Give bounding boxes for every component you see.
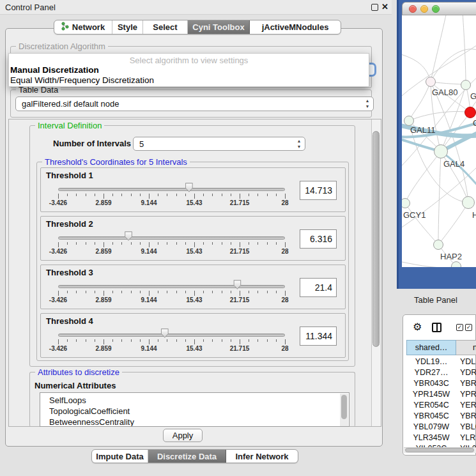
threshold-value-field[interactable]: 21.4 bbox=[300, 278, 337, 297]
top-tab-bar: NetworkStyleSelectCyni ToolboxjActiveMNo… bbox=[54, 20, 341, 35]
tab-impute-data[interactable]: Impute Data bbox=[92, 450, 148, 463]
slider-tick bbox=[257, 194, 258, 196]
numerical-attributes-list[interactable]: SelfLoopsTopologicalCoefficientBetweenne… bbox=[40, 392, 349, 427]
slider-tick-label: 15.43 bbox=[186, 248, 202, 255]
gal11-node[interactable] bbox=[404, 116, 414, 126]
slider-tick bbox=[285, 242, 286, 247]
table-row[interactable]: YBR045CYBR0 bbox=[406, 411, 476, 422]
slider-track[interactable] bbox=[58, 188, 285, 191]
table-cell: YER0 bbox=[460, 401, 476, 410]
table-cell: YDR27… bbox=[406, 368, 456, 377]
slider-tick bbox=[121, 242, 122, 245]
algorithm-option[interactable]: Equal Width/Frequency Discretization bbox=[10, 75, 154, 85]
threshold-panel: Threshold 3-3.4262.8599.14415.4321.71528… bbox=[40, 265, 346, 309]
slider-tick bbox=[158, 339, 158, 342]
table-column-header[interactable]: shared… bbox=[406, 340, 456, 355]
tab-infer-network[interactable]: Infer Network bbox=[226, 450, 298, 463]
algorithm-popup: Select algorithm to view settings Manual… bbox=[8, 53, 369, 87]
threshold-panel: Threshold 2-3.4262.8599.14415.4321.71528… bbox=[40, 216, 346, 261]
table-row[interactable]: YLR345WYLR3 bbox=[406, 433, 476, 444]
close-icon[interactable]: ✕ bbox=[381, 2, 388, 12]
slider-track[interactable] bbox=[58, 285, 285, 288]
slider-tick bbox=[86, 242, 86, 245]
network-icon bbox=[61, 22, 69, 33]
tab-jactivemnodules[interactable]: jActiveMNodules bbox=[250, 20, 341, 34]
table-hscrollbar-thumb[interactable] bbox=[405, 448, 474, 452]
tab-style[interactable]: Style bbox=[112, 20, 143, 34]
tab-cyni-toolbox[interactable]: Cyni Toolbox bbox=[188, 20, 250, 34]
threshold-value-field[interactable]: 14.713 bbox=[300, 181, 337, 200]
number-of-intervals-select[interactable]: 5 ▴▾ bbox=[133, 137, 305, 151]
tab-select[interactable]: Select bbox=[143, 20, 188, 34]
slider-tick bbox=[104, 194, 104, 199]
slider-tick-label: -3.426 bbox=[49, 296, 67, 303]
right-node[interactable] bbox=[462, 196, 475, 209]
node-label: HAP2 bbox=[440, 252, 462, 261]
gal80-node[interactable] bbox=[426, 77, 436, 87]
table-row[interactable]: YDR27…YDR2 bbox=[406, 368, 476, 379]
slider-tick bbox=[185, 339, 186, 342]
attribute-list-item[interactable]: TopologicalCoefficient bbox=[49, 406, 130, 416]
minimize-traffic-light-icon[interactable] bbox=[420, 5, 428, 13]
top-right-node[interactable] bbox=[461, 80, 471, 90]
slider-tick bbox=[112, 242, 113, 245]
slider-tick-label: 15.43 bbox=[186, 345, 202, 352]
threshold-value-field[interactable]: 6.316 bbox=[300, 229, 337, 249]
slider-tick bbox=[95, 291, 95, 293]
bottom-node[interactable] bbox=[451, 261, 461, 267]
slider-tick bbox=[58, 194, 59, 199]
attributes-scrollbar-thumb[interactable] bbox=[341, 395, 347, 419]
gear-icon[interactable]: ⚙ bbox=[413, 321, 422, 333]
slider-track[interactable] bbox=[58, 334, 285, 337]
threshold-value-field[interactable]: 11.344 bbox=[300, 326, 337, 346]
table-row[interactable]: YER054CYER0 bbox=[406, 401, 476, 411]
slider-tick bbox=[231, 339, 231, 342]
network-canvas[interactable]: GAL80GCGAL11GAL4GCY1HHAP2 bbox=[402, 15, 476, 267]
table-cell: YBR0 bbox=[460, 411, 476, 420]
slider-tick bbox=[185, 194, 186, 196]
slider-tick bbox=[194, 291, 195, 296]
slider-tick bbox=[285, 291, 286, 296]
slider-tick bbox=[58, 242, 59, 247]
table-row[interactable]: YDL19…YDL1 bbox=[406, 357, 476, 368]
attribute-list-item[interactable]: BetweennessCentrality bbox=[49, 417, 134, 427]
slider-tick-label: 28 bbox=[281, 345, 288, 352]
checkbox-icon[interactable]: ✓ bbox=[465, 324, 472, 331]
gal4-node[interactable] bbox=[434, 144, 448, 158]
hap2-node[interactable] bbox=[433, 240, 443, 250]
zoom-traffic-light-icon[interactable] bbox=[432, 5, 440, 13]
red-node[interactable] bbox=[464, 107, 476, 118]
control-panel-title: Control Panel bbox=[5, 3, 56, 12]
tab-label: Cyni Toolbox bbox=[192, 22, 244, 32]
settings-scrollbar-thumb[interactable] bbox=[372, 131, 380, 347]
table-cell: YBR045C bbox=[406, 411, 456, 420]
table-data-select[interactable]: galFiltered.sif default node ▴▾ bbox=[15, 96, 374, 111]
slider-tick bbox=[249, 242, 249, 245]
attributes-scrollbar-track[interactable] bbox=[340, 394, 348, 427]
slider-tick bbox=[176, 242, 177, 245]
table-row[interactable]: YPR145WYPR1 bbox=[406, 390, 476, 401]
attribute-list-item[interactable]: SelfLoops bbox=[49, 395, 86, 405]
tab-network[interactable]: Network bbox=[54, 20, 112, 34]
node-label: GCY1 bbox=[403, 210, 426, 220]
table-row[interactable]: YBL079WYBL0 bbox=[406, 422, 476, 433]
tab-discretize-data[interactable]: Discretize Data bbox=[148, 450, 226, 463]
split-columns-icon[interactable] bbox=[432, 323, 441, 332]
slider-tick bbox=[267, 194, 268, 196]
node-label: GAL4 bbox=[443, 159, 464, 169]
slider-track[interactable] bbox=[58, 236, 285, 240]
algorithm-popup-hint: Select algorithm to view settings bbox=[9, 56, 369, 65]
float-window-icon[interactable] bbox=[371, 4, 378, 11]
table-cell: YER054C bbox=[406, 401, 456, 410]
threshold-panel: Threshold 4-3.4262.8599.14415.4321.71528… bbox=[40, 313, 346, 358]
table-column-header[interactable]: n bbox=[456, 340, 476, 355]
slider-tick-label: 21.715 bbox=[230, 345, 250, 352]
apply-button[interactable]: Apply bbox=[163, 429, 203, 442]
checkbox-icon[interactable]: ✓ bbox=[456, 324, 463, 331]
algorithm-option[interactable]: Manual Discretization bbox=[10, 65, 99, 75]
table-row[interactable]: YBR043CYBR0 bbox=[406, 379, 476, 390]
threshold-label: Threshold 2 bbox=[46, 219, 93, 229]
close-traffic-light-icon[interactable] bbox=[409, 5, 417, 13]
table-cell: YBR0 bbox=[460, 379, 476, 388]
slider-tick bbox=[167, 194, 167, 196]
